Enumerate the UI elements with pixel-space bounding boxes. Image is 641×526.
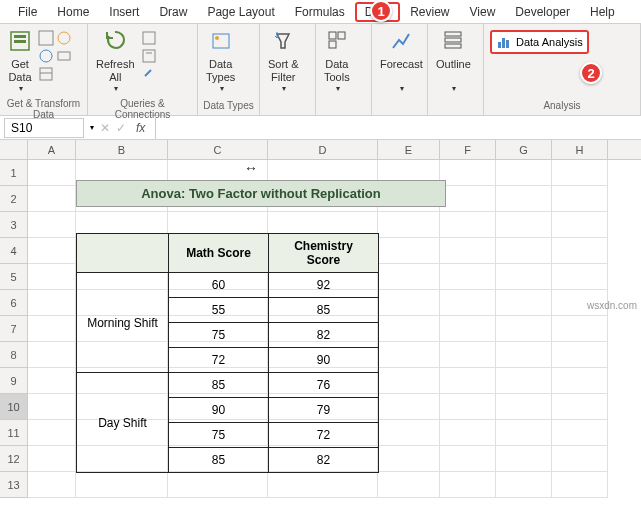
- table-cell[interactable]: 60: [169, 273, 269, 298]
- cell-morning-shift[interactable]: Morning Shift: [77, 273, 169, 373]
- data-types-button[interactable]: Data Types▾: [202, 26, 239, 96]
- title-banner[interactable]: Anova: Two Factor without Replication: [76, 180, 446, 207]
- cell[interactable]: [28, 446, 76, 472]
- cell[interactable]: [496, 368, 552, 394]
- cell[interactable]: [496, 342, 552, 368]
- cell[interactable]: [496, 472, 552, 498]
- table-cell[interactable]: 72: [169, 348, 269, 373]
- cell[interactable]: [28, 264, 76, 290]
- cell[interactable]: [440, 238, 496, 264]
- table-cell[interactable]: 75: [169, 323, 269, 348]
- cell[interactable]: [28, 160, 76, 186]
- cell[interactable]: [440, 316, 496, 342]
- cell[interactable]: [552, 316, 608, 342]
- edit-links-icon[interactable]: [141, 66, 157, 82]
- cell[interactable]: [28, 238, 76, 264]
- cell-day-shift[interactable]: Day Shift: [77, 373, 169, 473]
- data-tools-button[interactable]: Data Tools▾: [320, 26, 354, 96]
- row-header-8[interactable]: 8: [0, 342, 28, 368]
- cell[interactable]: [76, 472, 168, 498]
- enter-formula-icon[interactable]: ✓: [116, 121, 126, 135]
- table-cell[interactable]: 92: [269, 273, 379, 298]
- cell[interactable]: [440, 212, 496, 238]
- cell[interactable]: [496, 446, 552, 472]
- menu-insert[interactable]: Insert: [99, 2, 149, 22]
- col-header-D[interactable]: D: [268, 140, 378, 159]
- row-header-12[interactable]: 12: [0, 446, 28, 472]
- row-header-1[interactable]: 1: [0, 160, 28, 186]
- cell[interactable]: [28, 394, 76, 420]
- existing-conn-icon[interactable]: [56, 48, 72, 64]
- col-header-F[interactable]: F: [440, 140, 496, 159]
- cell[interactable]: [552, 238, 608, 264]
- menu-draw[interactable]: Draw: [149, 2, 197, 22]
- col-header-B[interactable]: B: [76, 140, 168, 159]
- cell[interactable]: [440, 186, 496, 212]
- cell[interactable]: [552, 420, 608, 446]
- menu-formulas[interactable]: Formulas: [285, 2, 355, 22]
- cancel-formula-icon[interactable]: ✕: [100, 121, 110, 135]
- cell[interactable]: [496, 212, 552, 238]
- table-cell[interactable]: 55: [169, 298, 269, 323]
- formula-bar[interactable]: [155, 116, 641, 139]
- table-cell[interactable]: 90: [169, 398, 269, 423]
- row-header-3[interactable]: 3: [0, 212, 28, 238]
- table-cell[interactable]: 85: [169, 373, 269, 398]
- menu-developer[interactable]: Developer: [505, 2, 580, 22]
- menu-review[interactable]: Review: [400, 2, 459, 22]
- row-header-11[interactable]: 11: [0, 420, 28, 446]
- cell[interactable]: [440, 394, 496, 420]
- table-cell[interactable]: 75: [169, 423, 269, 448]
- table-cell[interactable]: 85: [169, 448, 269, 473]
- cell[interactable]: [28, 342, 76, 368]
- cell[interactable]: [440, 290, 496, 316]
- properties-icon[interactable]: [141, 48, 157, 64]
- row-header-2[interactable]: 2: [0, 186, 28, 212]
- select-all-corner[interactable]: [0, 140, 28, 159]
- cell[interactable]: [496, 316, 552, 342]
- cell[interactable]: [28, 472, 76, 498]
- from-table-icon[interactable]: [38, 66, 54, 82]
- cell[interactable]: [378, 472, 440, 498]
- cell[interactable]: [28, 290, 76, 316]
- cell[interactable]: [552, 186, 608, 212]
- table-header-math[interactable]: Math Score: [169, 234, 269, 273]
- sort-filter-button[interactable]: Sort & Filter▾: [264, 26, 303, 96]
- cell[interactable]: [496, 160, 552, 186]
- queries-icon[interactable]: [141, 30, 157, 46]
- cell[interactable]: [552, 160, 608, 186]
- cell[interactable]: [496, 186, 552, 212]
- cell[interactable]: [28, 212, 76, 238]
- cell[interactable]: [496, 290, 552, 316]
- cell[interactable]: [440, 472, 496, 498]
- cell[interactable]: [552, 342, 608, 368]
- row-header-13[interactable]: 13: [0, 472, 28, 498]
- refresh-all-button[interactable]: Refresh All▾: [92, 26, 139, 96]
- cell[interactable]: [552, 368, 608, 394]
- table-cell[interactable]: 90: [269, 348, 379, 373]
- cell[interactable]: [440, 342, 496, 368]
- fx-icon[interactable]: fx: [132, 121, 149, 135]
- from-web-icon[interactable]: [38, 48, 54, 64]
- table-cell[interactable]: 76: [269, 373, 379, 398]
- cell[interactable]: [552, 472, 608, 498]
- col-header-C[interactable]: C: [168, 140, 268, 159]
- row-header-7[interactable]: 7: [0, 316, 28, 342]
- table-cell[interactable]: 82: [269, 323, 379, 348]
- data-analysis-button[interactable]: Data Analysis: [490, 30, 589, 54]
- get-data-button[interactable]: Get Data▾: [4, 26, 36, 96]
- cell[interactable]: [28, 186, 76, 212]
- recent-sources-icon[interactable]: [56, 30, 72, 46]
- menu-help[interactable]: Help: [580, 2, 625, 22]
- cell[interactable]: [268, 472, 378, 498]
- table-header-chemistry[interactable]: Chemistry Score: [269, 234, 379, 273]
- row-header-4[interactable]: 4: [0, 238, 28, 264]
- cell[interactable]: [440, 420, 496, 446]
- row-header-9[interactable]: 9: [0, 368, 28, 394]
- cell[interactable]: [168, 472, 268, 498]
- outline-button[interactable]: Outline▾: [432, 26, 475, 96]
- row-header-10[interactable]: 10: [0, 394, 28, 420]
- menu-page-layout[interactable]: Page Layout: [197, 2, 284, 22]
- cell[interactable]: [552, 394, 608, 420]
- cell[interactable]: [552, 264, 608, 290]
